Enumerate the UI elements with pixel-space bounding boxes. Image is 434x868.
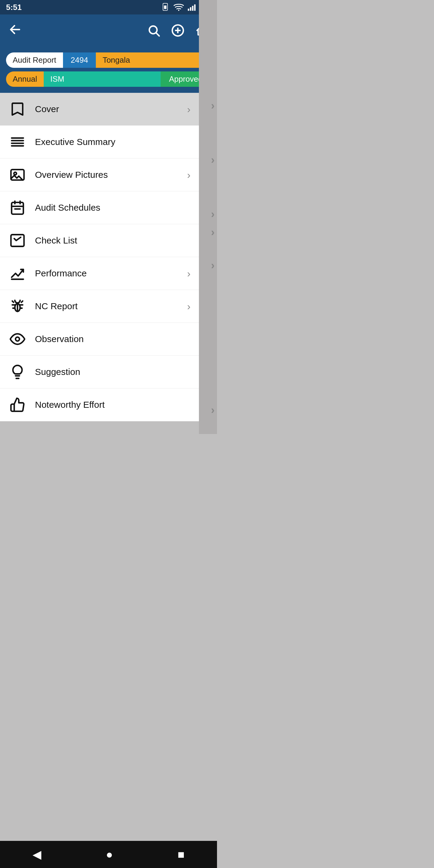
svg-rect-3 [188, 9, 189, 11]
performance-chevron: › [187, 268, 190, 279]
info-bar: Audit Report 2494 Tongala Annual ISM App… [0, 48, 217, 93]
menu-item-executive-summary[interactable]: Executive Summary [0, 126, 199, 158]
eye-icon [8, 331, 27, 347]
info-row-2: Annual ISM Approved [6, 71, 211, 87]
audit-report-label: Audit Report [6, 53, 63, 68]
background-panel: › › › › › EAR EAR › [199, 0, 217, 434]
performance-label: Performance [35, 268, 87, 278]
wifi-icon [174, 3, 184, 11]
calendar-icon [8, 200, 27, 216]
audit-schedules-label: Audit Schedules [35, 203, 100, 213]
audit-type: Annual [6, 71, 44, 87]
image-icon [8, 167, 27, 183]
observation-label: Observation [35, 334, 84, 344]
lightbulb-icon [8, 364, 27, 380]
status-bar: 5:51 [0, 0, 217, 14]
suggestion-label: Suggestion [35, 367, 80, 377]
overview-chevron: › [187, 169, 190, 181]
bg-chevron-2: › [211, 154, 215, 166]
menu-item-overview-pictures[interactable]: Overview Pictures › [0, 158, 199, 191]
bg-chevron-4: › [211, 226, 215, 239]
signal-icon [187, 3, 196, 11]
bg-chevron-6: › [211, 404, 215, 416]
bg-chevron-3: › [211, 208, 215, 221]
menu-item-audit-schedules[interactable]: Audit Schedules [0, 191, 199, 224]
svg-line-11 [156, 33, 159, 36]
info-row-1: Audit Report 2494 Tongala [6, 53, 211, 68]
audit-category: ISM [44, 71, 161, 87]
svg-rect-4 [190, 7, 191, 11]
cover-chevron: › [187, 103, 190, 115]
bug-icon [8, 299, 27, 314]
nc-chevron: › [187, 301, 190, 312]
menu-item-performance[interactable]: Performance › [0, 257, 199, 290]
overview-pictures-label: Overview Pictures [35, 170, 108, 180]
menu-item-cover[interactable]: Cover › [0, 93, 199, 126]
svg-rect-5 [192, 6, 193, 10]
drawer-menu: Cover › Executive Summary [0, 93, 199, 421]
audit-number: 2494 [63, 53, 96, 68]
cover-label: Cover [35, 104, 59, 114]
nc-report-label: NC Report [35, 301, 78, 311]
noteworthy-effort-label: Noteworthy Effort [35, 400, 104, 410]
menu-item-noteworthy-effort[interactable]: Noteworthy Effort [0, 389, 199, 421]
menu-item-nc-report[interactable]: NC Report › [0, 290, 199, 323]
list-icon [8, 134, 27, 150]
checklist-icon [8, 233, 27, 248]
search-button[interactable] [147, 24, 160, 38]
bg-chevron-1: › [211, 99, 215, 112]
svg-rect-1 [164, 5, 166, 9]
bookmark-icon [8, 101, 27, 117]
status-time: 5:51 [6, 3, 22, 12]
thumbsup-icon [8, 397, 27, 412]
svg-rect-6 [194, 4, 195, 11]
svg-rect-26 [11, 235, 24, 247]
back-button[interactable] [8, 23, 22, 39]
add-button[interactable] [171, 24, 184, 38]
menu-item-suggestion[interactable]: Suggestion [0, 355, 199, 389]
check-list-label: Check List [35, 236, 77, 246]
sim-icon [161, 3, 170, 11]
svg-point-20 [14, 172, 17, 175]
audit-name: Tongala [96, 53, 211, 68]
menu-item-observation[interactable]: Observation [0, 323, 199, 355]
toolbar [0, 14, 217, 48]
executive-summary-label: Executive Summary [35, 137, 116, 147]
chart-icon [8, 266, 27, 281]
svg-point-29 [16, 337, 20, 341]
menu-item-check-list[interactable]: Check List [0, 224, 199, 257]
svg-point-2 [178, 10, 179, 11]
bg-chevron-5: › [211, 259, 215, 272]
